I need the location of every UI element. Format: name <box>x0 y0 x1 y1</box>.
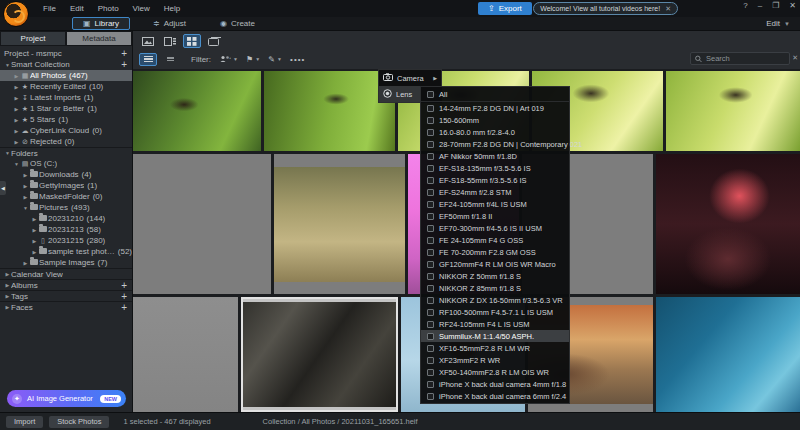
tree-item-gettyimages[interactable]: ▶GettyImages(1) <box>0 180 132 191</box>
expand-arrow-icon[interactable]: ▶ <box>22 194 29 200</box>
checkbox[interactable] <box>427 345 434 352</box>
checkbox[interactable] <box>427 333 434 340</box>
photo-thumbnail-bird-in-tree-5[interactable] <box>666 71 800 151</box>
stock-photos-button[interactable]: Stock Photos <box>49 416 109 428</box>
add-icon[interactable]: + <box>121 291 127 301</box>
expand-arrow-icon[interactable]: ▶ <box>13 95 20 101</box>
expand-arrow-icon[interactable]: ▶ <box>22 183 29 189</box>
checkbox[interactable] <box>427 249 434 256</box>
checkbox[interactable] <box>427 225 434 232</box>
lens-option-fe-70-200mm-f2-8-gm-oss[interactable]: FE 70-200mm F2.8 GM OSS <box>421 246 569 258</box>
checkbox[interactable] <box>427 105 434 112</box>
expand-arrow-icon[interactable]: ▶ <box>4 271 11 277</box>
search-input[interactable] <box>706 54 785 63</box>
import-button[interactable]: Import <box>6 416 43 428</box>
tree-item-20231210[interactable]: ▶20231210(144) <box>0 213 132 224</box>
checkbox[interactable] <box>427 297 434 304</box>
checkbox[interactable] <box>427 369 434 376</box>
photo-thumbnail-gray-photo[interactable] <box>133 297 238 412</box>
ai-image-generator-button[interactable]: ✦ AI Image Generator NEW <box>7 390 126 407</box>
tree-item-faces[interactable]: ▶Faces+ <box>0 301 132 312</box>
thumbnail-size-large-button[interactable] <box>161 53 179 66</box>
lens-option-14-24mm-f2-8-dg-dn-art-019[interactable]: 14-24mm F2.8 DG DN | Art 019 <box>421 102 569 114</box>
lens-option-fe-24-105mm-f4-g-oss[interactable]: FE 24-105mm F4 G OSS <box>421 234 569 246</box>
checkbox[interactable] <box>427 381 434 388</box>
tree-item-albums[interactable]: ▶Albums+ <box>0 279 132 290</box>
detail-view-button[interactable] <box>161 34 179 48</box>
expand-arrow-icon[interactable]: ▶ <box>13 117 20 123</box>
slideshow-view-button[interactable] <box>205 34 223 48</box>
search-box[interactable] <box>690 52 790 65</box>
lens-option-28-70mm-f2-8-dg-dn-contemporary-021[interactable]: 28-70mm F2.8 DG DN | Contemporary 021 <box>421 138 569 150</box>
tree-item-folders[interactable]: ▼Folders <box>0 147 132 158</box>
tab-library[interactable]: ▣Library <box>72 17 130 30</box>
menu-photo[interactable]: Photo <box>91 2 126 15</box>
checkbox[interactable] <box>427 153 434 160</box>
checkbox[interactable] <box>427 129 434 136</box>
tree-item-pictures[interactable]: ▼Pictures(493) <box>0 202 132 213</box>
expand-arrow-icon[interactable]: ▶ <box>22 172 29 178</box>
lens-option-xf16-55mmf2-8-r-lm-wr[interactable]: XF16-55mmF2.8 R LM WR <box>421 342 569 354</box>
expand-arrow-icon[interactable]: ▶ <box>13 128 20 134</box>
photo-thumbnail-ocean-wave[interactable] <box>656 297 800 412</box>
checkbox[interactable] <box>427 141 434 148</box>
expand-arrow-icon[interactable]: ▶ <box>13 139 20 145</box>
lens-option-iphone-x-back-dual-camera-6mm-f-2-4[interactable]: iPhone X back dual camera 6mm f/2.4 <box>421 390 569 402</box>
lens-option-rf24-105mm-f4-l-is-usm[interactable]: RF24-105mm F4 L IS USM <box>421 318 569 330</box>
checkbox[interactable] <box>427 177 434 184</box>
flag-filter-button[interactable]: ⚑ ▼ <box>244 53 262 66</box>
lens-option-16-0-80-0-mm-f-2-8-4-0[interactable]: 16.0-80.0 mm f/2.8-4.0 <box>421 126 569 138</box>
tree-item-calendar-view[interactable]: ▶Calendar View <box>0 268 132 279</box>
collapse-arrow-icon[interactable]: ▼ <box>4 62 11 68</box>
lens-option-af-nikkor-50mm-f-1-8d[interactable]: AF Nikkor 50mm f/1.8D <box>421 150 569 162</box>
tree-item-all-photos[interactable]: ▶▦All Photos(467) <box>0 70 132 81</box>
photo-thumbnail-crepe-shop-night[interactable] <box>656 154 800 294</box>
checkbox[interactable] <box>427 117 434 124</box>
tab-adjust[interactable]: ≑Adjust <box>142 17 197 30</box>
close-button[interactable]: ✕ <box>789 1 796 10</box>
tree-item-tags[interactable]: ▶Tags+ <box>0 290 132 301</box>
lens-option-all[interactable]: All <box>421 88 569 102</box>
expand-arrow-icon[interactable]: ▶ <box>13 106 20 112</box>
checkbox[interactable] <box>427 261 434 268</box>
expand-arrow-icon[interactable]: ▶ <box>13 84 20 90</box>
lens-option-ef50mm-f-1-8-ii[interactable]: EF50mm f/1.8 II <box>421 210 569 222</box>
photo-thumbnail-dark-grunge-abstract[interactable] <box>241 297 398 412</box>
lens-option-ef-s18-135mm-f-3-5-5-6-is[interactable]: EF-S18-135mm f/3.5-5.6 IS <box>421 162 569 174</box>
checkbox[interactable] <box>427 189 434 196</box>
maximize-button[interactable]: ❐ <box>772 1 779 10</box>
lens-option-xf50-140mmf2-8-r-lm-ois-wr[interactable]: XF50-140mmF2.8 R LM OIS WR <box>421 366 569 378</box>
lens-option-rf100-500mm-f4-5-7-1-l-is-usm[interactable]: RF100-500mm F4.5-7.1 L IS USM <box>421 306 569 318</box>
notification-close-icon[interactable]: ✕ <box>665 5 671 13</box>
lens-option-summilux-m-1-1-4-50-asph[interactable]: Summilux-M 1:1.4/50 ASPH. <box>421 330 569 342</box>
expand-arrow-icon[interactable]: ▶ <box>13 73 20 79</box>
tab-create[interactable]: ◉Create <box>209 17 266 30</box>
lens-option-ef24-105mm-f-4l-is-usm[interactable]: EF24-105mm f/4L IS USM <box>421 198 569 210</box>
lens-option-nikkor-z-dx-16-50mm-f-3-5-6-3-vr[interactable]: NIKKOR Z DX 16-50mm f/3.5-6.3 VR <box>421 294 569 306</box>
expand-arrow-icon[interactable]: ▶ <box>31 249 38 255</box>
expand-arrow-icon[interactable]: ▶ <box>31 238 38 244</box>
tree-item-1-star-or-better[interactable]: ▶★1 Star or Better(1) <box>0 103 132 114</box>
checkbox[interactable] <box>427 201 434 208</box>
tree-item-5-stars[interactable]: ▶★5 Stars(1) <box>0 114 132 125</box>
tree-item-recently-edited[interactable]: ▶★Recently Edited(10) <box>0 81 132 92</box>
tree-item-project-msmpc[interactable]: Project - msmpc+ <box>0 48 132 59</box>
checkbox[interactable] <box>427 213 434 220</box>
tree-item-cyberlink-cloud[interactable]: ▶☁CyberLink Cloud(0) <box>0 125 132 136</box>
expand-arrow-icon[interactable]: ▶ <box>4 304 11 310</box>
photo-thumbnail-bird-in-tree-1[interactable] <box>133 71 261 151</box>
collapse-arrow-icon[interactable]: ▼ <box>22 205 29 211</box>
lens-option-gf120mmf4-r-lm-ois-wr-macro[interactable]: GF120mmF4 R LM OIS WR Macro <box>421 258 569 270</box>
add-icon[interactable]: + <box>121 302 127 312</box>
checkbox[interactable] <box>427 237 434 244</box>
tree-item-maskedfolder[interactable]: ▶MaskedFolder(0) <box>0 191 132 202</box>
add-icon[interactable]: + <box>121 59 127 70</box>
lens-option-iphone-x-back-dual-camera-4mm-f-1-8[interactable]: iPhone X back dual camera 4mm f/1.8 <box>421 378 569 390</box>
edited-filter-button[interactable]: ✎ ▼ <box>266 53 284 66</box>
checkbox[interactable] <box>427 321 434 328</box>
expand-arrow-icon[interactable]: ▶ <box>4 293 11 299</box>
checkbox[interactable] <box>427 91 434 98</box>
expand-arrow-icon[interactable]: ▶ <box>4 282 11 288</box>
photo-thumbnail-autumn-field[interactable] <box>274 154 405 294</box>
checkbox[interactable] <box>427 309 434 316</box>
